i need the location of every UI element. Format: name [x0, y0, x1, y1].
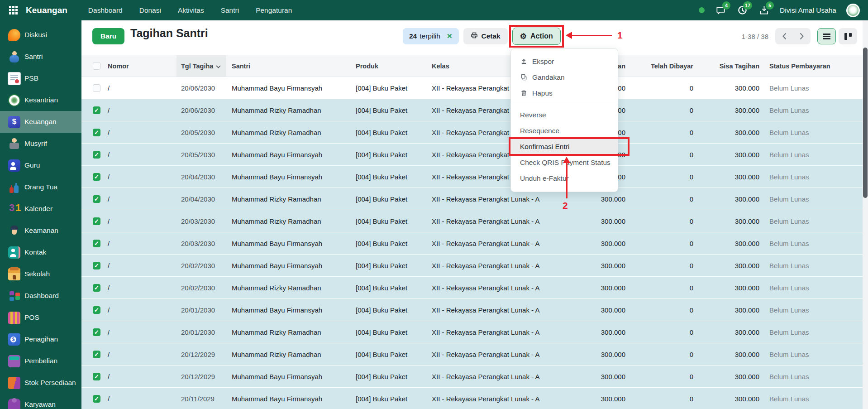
sidebar-item-kontak[interactable]: Kontak: [0, 241, 81, 263]
sidebar-item-psb[interactable]: PSB: [0, 67, 81, 89]
scrollbar-thumb[interactable]: [863, 48, 868, 198]
sidebar-item-santri[interactable]: Santri: [0, 46, 81, 67]
table-row[interactable]: /20/02/2030Muhammad Rizky Ramadhan[004] …: [81, 277, 863, 299]
row-checkbox[interactable]: [93, 328, 100, 336]
row-checkbox[interactable]: [93, 395, 100, 403]
actions-cluster: 24 terpilih ✕ Cetak ⚙ Action: [403, 28, 561, 45]
row-checkbox[interactable]: [93, 351, 100, 358]
menu-item-unduh-e-faktur[interactable]: Unduh e-Faktur: [511, 170, 618, 186]
activity-clock-icon[interactable]: 17: [736, 5, 748, 16]
cell-nomor: /: [104, 217, 176, 225]
menu-item-resequence[interactable]: Resequence: [511, 123, 618, 139]
menu-item-konfirmasi-entri[interactable]: Konfirmasi Entri: [511, 139, 618, 154]
sidebar-item-pembelian[interactable]: Pembelian: [0, 350, 81, 372]
column-header-santri[interactable]: Santri: [226, 63, 351, 70]
sidebar-item-keuangan[interactable]: Keuangan: [0, 111, 81, 133]
cell-tgl-tagihan: 20/06/2030: [176, 106, 226, 114]
cell-kelas: XII - Rekayasa Perangkat Lunak - A: [428, 351, 554, 358]
print-button[interactable]: Cetak: [463, 28, 508, 44]
sidebar-item-diskusi[interactable]: Diskusi: [0, 24, 81, 46]
dashboard-icon: [8, 290, 20, 302]
sidebar-item-guru[interactable]: Guru: [0, 154, 81, 176]
sidebar-item-karyawan[interactable]: Karyawan: [0, 394, 81, 409]
cell-sisa-tagihan: 300.000: [696, 262, 761, 269]
table-row[interactable]: /20/03/2030Muhammad Rizky Ramadhan[004] …: [81, 210, 863, 232]
cell-jumlah-tagihan: 300.000: [554, 373, 628, 380]
sidebar-item-stok-persediaan[interactable]: Stok Persediaan: [0, 372, 81, 394]
cell-nomor: /: [104, 195, 176, 203]
column-header-nomor[interactable]: Nomor: [104, 63, 176, 70]
navbar-item-santri[interactable]: Santri: [221, 6, 239, 14]
row-checkbox[interactable]: [93, 373, 100, 380]
row-checkbox[interactable]: [93, 306, 100, 314]
row-checkbox[interactable]: [93, 106, 100, 114]
apps-grid-icon[interactable]: [9, 6, 18, 14]
sidebar-item-pos[interactable]: POS: [0, 307, 81, 328]
new-button[interactable]: Baru: [92, 28, 124, 44]
table-row[interactable]: /20/06/2030Muhammad Bayu Firmansyah[004]…: [81, 77, 863, 99]
column-header-telah-dibayar[interactable]: Telah Dibayar: [628, 63, 696, 70]
sort-chevron-down-icon: [216, 63, 221, 70]
row-checkbox[interactable]: [93, 173, 100, 181]
chat-icon[interactable]: 4: [715, 5, 726, 16]
table-row[interactable]: /20/01/2030Muhammad Rizky Ramadhan[004] …: [81, 321, 863, 343]
list-view-toggle[interactable]: [817, 28, 836, 44]
sidebar-item-keamanan[interactable]: Keamanan: [0, 220, 81, 241]
row-checkbox[interactable]: [93, 217, 100, 225]
cell-jumlah-tagihan: 300.000: [554, 217, 628, 225]
navbar-item-aktivitas[interactable]: Aktivitas: [178, 6, 204, 14]
sidebar-item-musyrif[interactable]: Musyrif: [0, 133, 81, 154]
menu-item-gandakan[interactable]: Gandakan: [511, 69, 618, 85]
sidebar-item-kesantrian[interactable]: Kesantrian: [0, 89, 81, 111]
sidebar-item-penagihan[interactable]: Penagihan: [0, 328, 81, 350]
row-checkbox[interactable]: [93, 151, 100, 159]
row-checkbox[interactable]: [93, 240, 100, 247]
table-row[interactable]: /20/02/2030Muhammad Bayu Firmansyah[004]…: [81, 255, 863, 277]
inbox-document-icon[interactable]: 5: [758, 5, 770, 16]
sidebar-item-kalender[interactable]: Kalender: [0, 198, 81, 220]
column-header-sisa-tagihan[interactable]: Sisa Tagihan: [696, 63, 761, 70]
clear-selection-icon[interactable]: ✕: [447, 32, 453, 40]
sidebar-item-label: Karyawan: [24, 400, 56, 409]
row-checkbox[interactable]: [93, 195, 100, 203]
table-row[interactable]: /20/03/2030Muhammad Bayu Firmansyah[004]…: [81, 232, 863, 255]
cell-produk: [004] Buku Paket: [351, 84, 428, 92]
navbar-item-dashboard[interactable]: Dashboard: [88, 6, 123, 14]
table-row[interactable]: /20/05/2030Muhammad Rizky Ramadhan[004] …: [81, 121, 863, 144]
table-row[interactable]: /20/01/2030Muhammad Bayu Firmansyah[004]…: [81, 299, 863, 321]
table-row[interactable]: /20/11/2029Muhammad Bayu Firmansyah[004]…: [81, 388, 863, 409]
next-page-button[interactable]: [793, 28, 811, 44]
table-row[interactable]: /20/06/2030Muhammad Rizky Ramadhan[004] …: [81, 99, 863, 121]
table-row[interactable]: /20/04/2030Muhammad Rizky Ramadhan[004] …: [81, 188, 863, 210]
cell-tgl-tagihan: 20/02/2030: [176, 284, 226, 292]
sidebar-item-sekolah[interactable]: Sekolah: [0, 263, 81, 285]
sidebar-item-orang-tua[interactable]: Orang Tua: [0, 176, 81, 198]
menu-item-ekspor[interactable]: Ekspor: [511, 53, 618, 69]
cell-status-pembayaran: Belum Lunas: [761, 351, 863, 358]
row-checkbox[interactable]: [93, 84, 100, 92]
cell-status-pembayaran: Belum Lunas: [761, 306, 863, 314]
cell-status-pembayaran: Belum Lunas: [761, 240, 863, 247]
table-row[interactable]: /20/04/2030Muhammad Bayu Firmansyah[004]…: [81, 166, 863, 188]
sidebar-item-label: Dashboard: [24, 292, 59, 300]
menu-item-hapus[interactable]: Hapus: [511, 85, 618, 101]
cell-tgl-tagihan: 20/04/2030: [176, 195, 226, 203]
column-header-produk[interactable]: Produk: [351, 63, 428, 70]
column-header-tgl-tagihan[interactable]: Tgl Tagiha: [176, 55, 226, 77]
table-row[interactable]: /20/12/2029Muhammad Bayu Firmansyah[004]…: [81, 366, 863, 388]
prev-page-button[interactable]: [775, 28, 793, 44]
navbar-item-pengaturan[interactable]: Pengaturan: [256, 6, 292, 14]
navbar-item-donasi[interactable]: Donasi: [139, 6, 161, 14]
action-button[interactable]: ⚙ Action: [512, 28, 561, 45]
select-all-checkbox[interactable]: [93, 62, 100, 70]
avatar[interactable]: [846, 4, 860, 17]
kanban-view-toggle[interactable]: [839, 28, 857, 44]
sidebar-item-dashboard[interactable]: Dashboard: [0, 285, 81, 307]
row-checkbox[interactable]: [93, 262, 100, 269]
row-checkbox[interactable]: [93, 284, 100, 292]
column-header-status-pembayaran[interactable]: Status Pembayaran: [761, 63, 863, 70]
menu-item-reverse[interactable]: Reverse: [511, 107, 618, 123]
table-row[interactable]: /20/05/2030Muhammad Bayu Firmansyah[004]…: [81, 144, 863, 166]
table-row[interactable]: /20/12/2029Muhammad Rizky Ramadhan[004] …: [81, 343, 863, 366]
row-checkbox[interactable]: [93, 129, 100, 136]
